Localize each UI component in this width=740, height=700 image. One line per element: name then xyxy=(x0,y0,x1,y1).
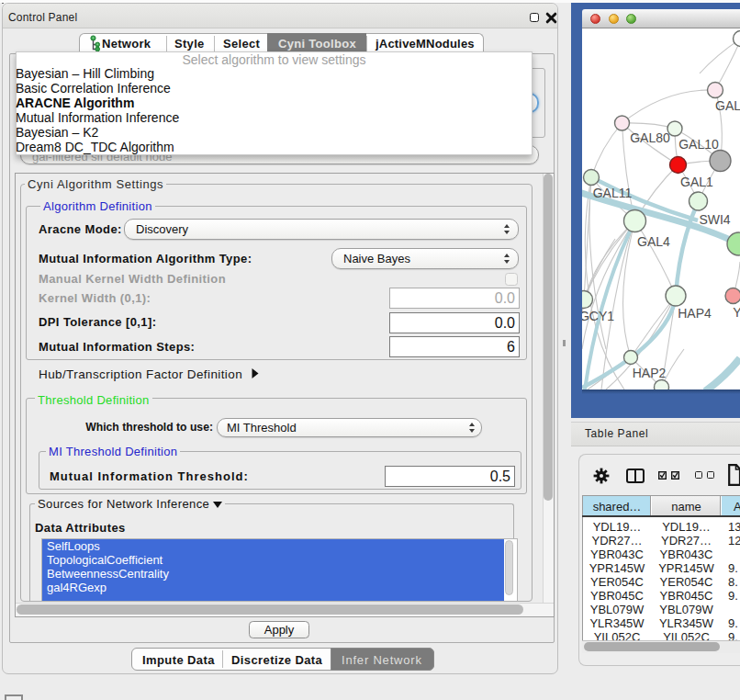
svg-text:GAL1: GAL1 xyxy=(680,175,713,189)
svg-text:GAL80: GAL80 xyxy=(630,130,670,145)
svg-text:GAL4: GAL4 xyxy=(637,234,670,249)
svg-text:HAP2: HAP2 xyxy=(633,366,667,380)
svg-text:GCY1: GCY1 xyxy=(582,309,614,323)
svg-text:HAP4: HAP4 xyxy=(678,306,712,321)
svg-text:GAL10: GAL10 xyxy=(678,137,719,152)
svg-text:GAL11: GAL11 xyxy=(593,186,633,200)
svg-text:Y: Y xyxy=(733,305,740,320)
svg-text:GAL8: GAL8 xyxy=(715,98,740,113)
svg-text:SWI4: SWI4 xyxy=(699,212,730,227)
